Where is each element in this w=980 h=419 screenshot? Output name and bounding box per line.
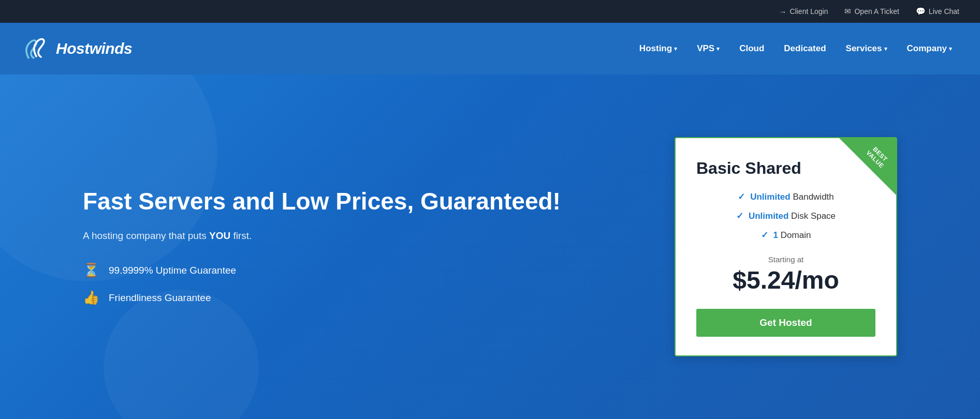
live-chat-label: Live Chat [929, 7, 959, 16]
get-hosted-button[interactable]: Get Hosted [696, 309, 875, 337]
nav-hosting[interactable]: Hosting ▾ [632, 39, 684, 58]
domain-highlight: 1 [773, 230, 778, 240]
nav-cloud[interactable]: Cloud [732, 39, 771, 58]
feature-bandwidth: Unlimited Bandwidth [750, 192, 834, 202]
check-icon-bandwidth: ✓ [738, 191, 745, 202]
hero-headline: Fast Servers and Low Prices, Guaranteed! [83, 188, 643, 215]
best-value-badge: BEST VALUE [839, 138, 896, 195]
feature-uptime: ⏳ 99.9999% Uptime Guarantee [83, 262, 643, 278]
nav-company[interactable]: Company ▾ [900, 39, 959, 58]
feature-friendliness: 👍 Friendliness Guarantee [83, 290, 643, 306]
nav-hosting-label: Hosting [639, 43, 672, 54]
logo-text: Hostwinds [56, 40, 132, 57]
nav-services[interactable]: Services ▾ [839, 39, 895, 58]
nav-links: Hosting ▾ VPS ▾ Cloud Dedicated Services… [632, 39, 959, 58]
logo-icon [21, 35, 52, 63]
friendliness-icon: 👍 [83, 290, 99, 306]
feature-disk: Unlimited Disk Space [749, 211, 836, 221]
logo[interactable]: Hostwinds [21, 35, 132, 63]
chat-icon: 💬 [916, 7, 926, 16]
hero-right: BEST VALUE Basic Shared ✓ Unlimited Band… [675, 137, 897, 356]
friendliness-text: Friendliness Guarantee [109, 292, 211, 304]
hero-subtext-post: first. [230, 230, 252, 241]
nav-company-label: Company [907, 43, 947, 54]
check-icon-disk: ✓ [736, 211, 743, 221]
pricing-card: BEST VALUE Basic Shared ✓ Unlimited Band… [675, 137, 897, 356]
nav-dedicated[interactable]: Dedicated [777, 39, 833, 58]
vps-chevron-icon: ▾ [716, 46, 720, 52]
hero-subtext: A hosting company that puts YOU first. [83, 230, 643, 242]
live-chat-link[interactable]: 💬 Live Chat [916, 7, 959, 16]
hero-section: Fast Servers and Low Prices, Guaranteed!… [0, 74, 980, 419]
open-ticket-link[interactable]: ✉ Open A Ticket [844, 7, 899, 16]
feature-domain: 1 Domain [773, 230, 811, 241]
nav-dedicated-label: Dedicated [784, 43, 826, 54]
company-chevron-icon: ▾ [949, 46, 952, 52]
disk-highlight: Unlimited [749, 211, 788, 221]
card-feature-domain: ✓ 1 Domain [696, 230, 875, 241]
check-icon-domain: ✓ [761, 230, 768, 241]
card-starting-label: Starting at [696, 255, 875, 264]
navbar: Hostwinds Hosting ▾ VPS ▾ Cloud Dedicate… [0, 23, 980, 74]
uptime-text: 99.9999% Uptime Guarantee [109, 265, 236, 276]
hosting-chevron-icon: ▾ [674, 46, 677, 52]
client-login-label: Client Login [790, 7, 828, 16]
open-ticket-label: Open A Ticket [854, 7, 899, 16]
services-chevron-icon: ▾ [884, 46, 887, 52]
card-features-list: ✓ Unlimited Bandwidth ✓ Unlimited Disk S… [696, 191, 875, 241]
nav-vps-label: VPS [697, 43, 714, 54]
uptime-icon: ⏳ [83, 262, 99, 278]
topbar: → Client Login ✉ Open A Ticket 💬 Live Ch… [0, 0, 980, 23]
ticket-icon: ✉ [844, 7, 851, 16]
login-icon: → [779, 7, 787, 16]
client-login-link[interactable]: → Client Login [779, 7, 828, 16]
hero-features: ⏳ 99.9999% Uptime Guarantee 👍 Friendline… [83, 262, 643, 306]
hero-subtext-pre: A hosting company that puts [83, 230, 209, 241]
best-value-text: BEST VALUE [858, 138, 896, 177]
bandwidth-highlight: Unlimited [750, 192, 790, 202]
nav-cloud-label: Cloud [739, 43, 764, 54]
hero-subtext-bold: YOU [209, 230, 230, 241]
nav-vps[interactable]: VPS ▾ [690, 39, 727, 58]
nav-services-label: Services [846, 43, 882, 54]
card-feature-disk: ✓ Unlimited Disk Space [696, 211, 875, 221]
card-price: $5.24/mo [696, 266, 875, 294]
hero-left: Fast Servers and Low Prices, Guaranteed!… [83, 188, 675, 306]
